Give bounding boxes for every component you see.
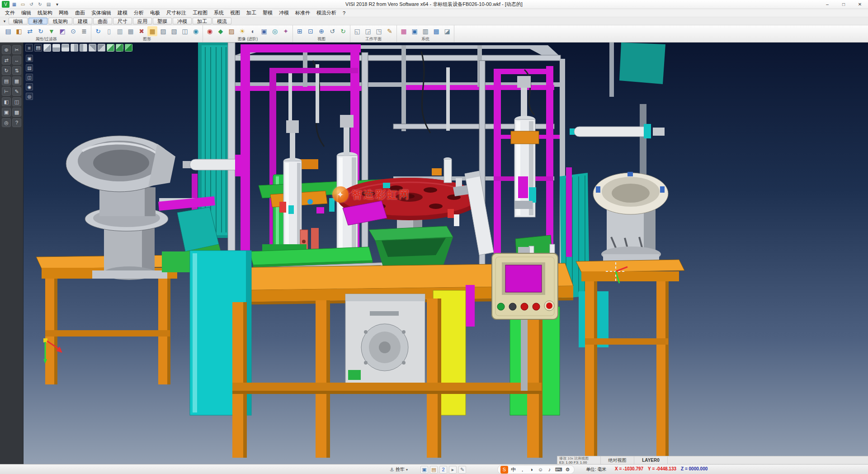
minimize-button[interactable]: – [819, 0, 835, 9]
zoom-window-icon[interactable]: ⊞ [295, 26, 305, 36]
erase-icon[interactable]: ◫ [12, 97, 21, 106]
view-cube-front-icon[interactable] [61, 44, 69, 52]
layer-manager-icon[interactable]: ▤ [3, 26, 13, 36]
delete-entity-icon[interactable]: ✖ [137, 26, 146, 36]
render-icon[interactable]: ◉ [205, 26, 215, 36]
tab-surface[interactable]: 曲面 [93, 18, 112, 24]
text-note-icon[interactable]: ✎ [12, 87, 21, 96]
zoom-in-icon[interactable]: ⊕ [316, 26, 326, 36]
copy-graphics-icon[interactable]: ▩ [126, 26, 136, 36]
menu-solid-edit[interactable]: 实体编辑 [88, 9, 114, 17]
selection-filter-icon[interactable]: ◩ [57, 26, 67, 36]
ime-keyboard[interactable]: ⌨ [555, 466, 562, 474]
sogou-logo[interactable]: S [500, 466, 508, 474]
tab-machining[interactable]: 加工 [193, 18, 212, 24]
trim-icon[interactable]: ✂ [12, 45, 21, 54]
mirror-icon[interactable]: ⇅ [12, 66, 21, 75]
menu-modeling[interactable]: 建模 [114, 9, 131, 17]
ime-voice[interactable]: ♪ [546, 466, 553, 474]
tab-standard[interactable]: 标准 [28, 18, 47, 24]
measure-icon[interactable]: ↔ [12, 56, 21, 65]
color-properties-icon[interactable]: ◧ [14, 26, 24, 36]
ime-fullhalf[interactable]: ◑ [528, 466, 535, 474]
open-icon[interactable]: ▭ [19, 1, 27, 8]
save-icon[interactable]: ▦ [10, 1, 18, 8]
dynamic-rotate-icon[interactable]: ↻ [338, 26, 348, 36]
menu-system[interactable]: 系统 [211, 9, 227, 17]
menu-die[interactable]: 冲模 [276, 9, 292, 17]
workplane-entity-icon[interactable]: ◳ [374, 26, 384, 36]
menu-edit[interactable]: 编辑 [18, 9, 34, 17]
viewport[interactable]: ≡▤ ▣▤◫◉◎ ✦ 智造彩虹网 [24, 43, 868, 464]
view-cube-trimetric-icon[interactable] [116, 44, 123, 52]
transform-icon[interactable]: ⇄ [2, 56, 11, 65]
menu-drafting[interactable]: 工程图 [189, 9, 211, 17]
shadows-icon[interactable]: ◐ [248, 26, 258, 36]
filter-funnel-icon[interactable]: ▼ [47, 26, 57, 36]
render-mode-icon[interactable]: ▤ [34, 44, 42, 52]
color-palette-icon[interactable]: ▦ [399, 26, 409, 36]
visi-logo[interactable]: V [2, 1, 9, 8]
view-shaded-cube-icon[interactable] [125, 44, 132, 52]
menu-dimension[interactable]: 尺寸标注 [163, 9, 189, 17]
menu-wireframe[interactable]: 线架构 [34, 9, 56, 17]
quick-access-dropdown[interactable]: ▾ [53, 1, 61, 8]
tab-application[interactable]: 应用 [133, 18, 152, 24]
paint-icon[interactable]: ◧ [2, 97, 11, 106]
view-cube-left-icon[interactable] [80, 44, 87, 52]
workplane-edit-icon[interactable]: ✎ [385, 26, 395, 36]
new-document-icon[interactable]: ▯ [104, 26, 114, 36]
document-stack-icon[interactable]: ▥ [115, 26, 125, 36]
lighting-icon[interactable]: ☀ [237, 26, 247, 36]
count-badge[interactable]: 2 [439, 466, 447, 474]
ime-emoji[interactable]: ☺ [537, 466, 544, 474]
workplane-standard-icon[interactable]: ◱ [352, 26, 362, 36]
tab-die[interactable]: 冲模 [173, 18, 192, 24]
clone-icon[interactable]: ▣ [2, 108, 11, 117]
settings-grid-icon[interactable]: ▩ [431, 26, 441, 36]
zoom-previous-icon[interactable]: ↺ [327, 26, 337, 36]
viewport-menu-icon[interactable]: ≡ [25, 44, 33, 52]
system-monitor-icon[interactable]: ▣ [410, 26, 420, 36]
menu-file[interactable]: 文件 [2, 9, 18, 17]
menu-standard-parts[interactable]: 标准件 [292, 9, 313, 17]
menu-view[interactable]: 视图 [227, 9, 243, 17]
filter-list-icon[interactable]: ≣ [79, 26, 89, 36]
section-view-icon[interactable]: ◫ [180, 26, 190, 36]
lock-view-icon[interactable]: ◫ [26, 74, 33, 81]
hide-icon[interactable]: ◎ [2, 118, 11, 127]
view-cube-right-icon[interactable] [71, 44, 78, 52]
annotation-icon[interactable]: ✎ [458, 466, 466, 474]
redo-icon[interactable]: ↻ [36, 1, 44, 8]
ime-punctuation[interactable]: ， [519, 466, 526, 474]
materials-icon[interactable]: ◆ [216, 26, 226, 36]
active-layer-field[interactable]: LAYER0 [634, 456, 668, 464]
grid-icon[interactable]: ▦ [12, 76, 21, 85]
lock-toggle[interactable]: ⚓ 拴牢 ▾ [390, 465, 408, 474]
dimension-icon[interactable]: ⊢ [2, 87, 11, 96]
hidden-line-icon[interactable]: ▧ [169, 26, 179, 36]
perspective-grid-icon[interactable]: ◪ [442, 26, 452, 36]
environment-icon[interactable]: ◎ [270, 26, 280, 36]
database-icon[interactable]: ▥ [420, 26, 430, 36]
help-icon[interactable]: ? [12, 118, 21, 127]
menu-flow-analysis[interactable]: 模流分析 [313, 9, 340, 17]
view-cube-iso-icon[interactable] [43, 44, 51, 52]
ime-toolbox[interactable]: ⚙ [564, 466, 571, 474]
view-cube-back-icon[interactable] [89, 44, 96, 52]
textures-icon[interactable]: ▨ [226, 26, 236, 36]
palette-icon[interactable]: ▤ [430, 466, 438, 474]
image-gallery-icon[interactable]: ▤ [26, 64, 33, 71]
entity-info-icon[interactable]: ◉ [191, 26, 201, 36]
menu-mesh[interactable]: 网格 [56, 9, 72, 17]
snap-settings-icon[interactable]: ⊕ [2, 45, 11, 54]
camera-icon[interactable]: ▣ [259, 26, 269, 36]
eye-visibility-icon[interactable]: ◎ [26, 93, 33, 100]
tab-wireframe[interactable]: 线架构 [48, 18, 72, 24]
snapshot-icon[interactable]: ✦ [281, 26, 291, 36]
print-icon[interactable]: ▤ [45, 1, 52, 8]
swap-attributes-icon[interactable]: ⇄ [25, 26, 35, 36]
menu-machining[interactable]: 加工 [243, 9, 259, 17]
menu-mold[interactable]: 塑模 [259, 9, 276, 17]
cursor-mode-icon[interactable]: ▸ [449, 466, 457, 474]
